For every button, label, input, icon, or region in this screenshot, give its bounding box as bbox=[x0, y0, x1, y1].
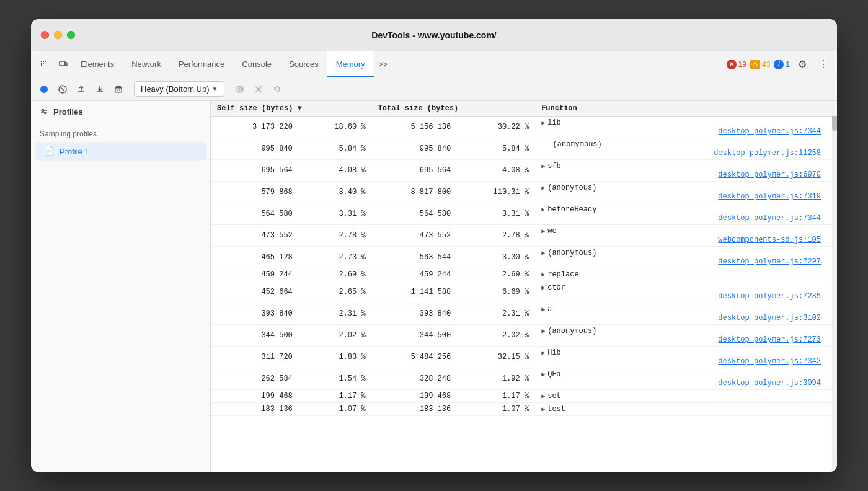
tab-performance[interactable]: Performance bbox=[170, 51, 233, 77]
view-mode-dropdown[interactable]: Heavy (Bottom Up) ▼ bbox=[134, 81, 224, 97]
file-link[interactable]: webcomponents-sd.js:105 bbox=[718, 236, 831, 244]
function-name: set bbox=[547, 392, 561, 400]
total-pct-cell: 3.30 % bbox=[457, 247, 535, 268]
self-size-cell: 995 840 bbox=[211, 138, 299, 160]
self-pct-cell: 1.07 % bbox=[299, 403, 372, 416]
settings-button[interactable]: ⚙ bbox=[794, 56, 811, 73]
file-link[interactable]: desktop_polymer.js:7285 bbox=[718, 292, 831, 301]
function-cell: ▶ test bbox=[535, 403, 837, 416]
refresh-button[interactable] bbox=[269, 81, 285, 97]
total-pct-cell: 5.84 % bbox=[457, 138, 535, 160]
function-name: ctor bbox=[547, 283, 565, 292]
close-button[interactable] bbox=[41, 31, 49, 39]
file-link[interactable]: desktop_polymer.js:7319 bbox=[718, 192, 831, 201]
inspect-element-button[interactable] bbox=[36, 56, 53, 73]
more-options-button[interactable]: ⋮ bbox=[815, 56, 832, 73]
file-link[interactable]: desktop_polymer.js:7297 bbox=[718, 257, 831, 266]
tab-console[interactable]: Console bbox=[233, 51, 280, 77]
warn-badge[interactable]: ⚠ 43 bbox=[750, 60, 770, 69]
self-size-cell: 393 840 bbox=[211, 303, 299, 325]
total-pct-cell: 1.17 % bbox=[457, 390, 535, 403]
self-pct-cell: 1.17 % bbox=[299, 390, 372, 403]
title-bar: DevTools - www.youtube.com/ bbox=[31, 19, 837, 51]
total-pct-cell: 6.69 % bbox=[457, 281, 535, 303]
svg-point-8 bbox=[40, 86, 48, 93]
tab-memory[interactable]: Memory bbox=[327, 51, 374, 77]
sidebar-section-label: Sampling profiles bbox=[31, 123, 210, 141]
table-row: 564 580 3.31 % 564 580 3.31 % ▶ beforeRe… bbox=[211, 203, 837, 225]
self-size-cell: 262 584 bbox=[211, 368, 299, 390]
table-container[interactable]: Self size (bytes) ▼ Total size (bytes) F… bbox=[211, 101, 837, 472]
total-size-cell: 183 136 bbox=[372, 403, 458, 416]
tab-more-button[interactable]: >> bbox=[374, 51, 392, 77]
maximize-button[interactable] bbox=[67, 31, 75, 39]
minimize-button[interactable] bbox=[54, 31, 62, 39]
total-size-cell: 695 564 bbox=[372, 160, 458, 182]
file-link[interactable]: desktop_polymer.js:7344 bbox=[718, 127, 831, 136]
self-size-cell: 564 580 bbox=[211, 203, 299, 225]
function-cell: ▶ beforeReady desktop_polymer.js:7344 bbox=[535, 203, 837, 225]
tab-sources[interactable]: Sources bbox=[280, 51, 327, 77]
self-pct-cell: 18.60 % bbox=[299, 117, 372, 138]
file-link[interactable]: desktop_polymer.js:7344 bbox=[718, 214, 831, 223]
total-pct-cell: 30.22 % bbox=[457, 117, 535, 138]
table-row: 262 584 1.54 % 328 248 1.92 % ▶ QEa desk… bbox=[211, 368, 837, 390]
tab-elements[interactable]: Elements bbox=[72, 51, 123, 77]
svg-rect-4 bbox=[45, 61, 46, 62]
total-pct-cell: 32.15 % bbox=[457, 347, 535, 368]
function-name: sfb bbox=[547, 162, 561, 170]
function-cell: ▶ QEa desktop_polymer.js:3094 bbox=[535, 368, 837, 390]
svg-rect-7 bbox=[64, 63, 67, 66]
self-size-cell: 465 128 bbox=[211, 247, 299, 268]
total-pct-cell: 2.31 % bbox=[457, 303, 535, 325]
table-row: 995 840 5.84 % 995 840 5.84 % (anonymous… bbox=[211, 138, 837, 160]
focus-button[interactable] bbox=[232, 81, 248, 97]
total-pct-cell: 4.08 % bbox=[457, 160, 535, 182]
device-toolbar-button[interactable] bbox=[55, 56, 72, 73]
info-badge[interactable]: i 1 bbox=[774, 60, 790, 69]
self-pct-cell: 1.54 % bbox=[299, 368, 372, 390]
self-pct-cell: 2.73 % bbox=[299, 247, 372, 268]
stop-button[interactable] bbox=[55, 81, 71, 97]
total-size-cell: 328 248 bbox=[372, 368, 458, 390]
main-panel: Self size (bytes) ▼ Total size (bytes) F… bbox=[211, 101, 837, 472]
svg-point-23 bbox=[45, 112, 46, 113]
total-size-cell: 459 244 bbox=[372, 268, 458, 281]
error-badge[interactable]: ✕ 19 bbox=[727, 60, 746, 69]
file-link[interactable]: desktop_polymer.js:6970 bbox=[718, 170, 831, 179]
cancel-button[interactable] bbox=[250, 81, 267, 97]
table-row: 344 500 2.02 % 344 500 2.02 % ▶ (anonymo… bbox=[211, 325, 837, 347]
svg-point-17 bbox=[239, 88, 241, 91]
file-link[interactable]: desktop_polymer.js:11258 bbox=[714, 149, 831, 157]
download-button[interactable] bbox=[92, 81, 108, 97]
file-link[interactable]: desktop_polymer.js:7273 bbox=[718, 335, 831, 344]
tab-network[interactable]: Network bbox=[123, 51, 170, 77]
total-size-cell: 5 156 136 bbox=[372, 117, 458, 138]
clear-button[interactable] bbox=[110, 81, 126, 97]
scrollbar-track[interactable] bbox=[832, 101, 837, 472]
function-cell: ▶ a desktop_polymer.js:3102 bbox=[535, 303, 837, 325]
file-link[interactable]: desktop_polymer.js:7342 bbox=[718, 357, 831, 366]
function-cell: ▶ lib desktop_polymer.js:7344 bbox=[535, 117, 837, 138]
record-button[interactable] bbox=[36, 81, 52, 97]
table-row: 452 664 2.65 % 1 141 588 6.69 % ▶ ctor d… bbox=[211, 281, 837, 303]
tab-bar-right: ✕ 19 ⚠ 43 i 1 ⚙ ⋮ bbox=[727, 56, 832, 73]
function-name: lib bbox=[547, 118, 561, 127]
self-size-cell: 344 500 bbox=[211, 325, 299, 347]
table-row: 311 720 1.83 % 5 484 256 32.15 % ▶ Hib d… bbox=[211, 347, 837, 368]
self-size-cell: 473 552 bbox=[211, 225, 299, 247]
file-link[interactable]: desktop_polymer.js:3094 bbox=[718, 379, 831, 387]
upload-button[interactable] bbox=[73, 81, 89, 97]
total-size-header[interactable]: Total size (bytes) bbox=[372, 101, 536, 117]
self-size-cell: 579 868 bbox=[211, 182, 299, 203]
profile-1-item[interactable]: 📄 Profile 1 bbox=[35, 142, 206, 161]
sliders-icon bbox=[40, 108, 48, 117]
self-pct-cell: 2.65 % bbox=[299, 281, 372, 303]
total-size-cell: 564 580 bbox=[372, 203, 458, 225]
total-pct-cell: 2.69 % bbox=[457, 268, 535, 281]
profile-1-label: Profile 1 bbox=[60, 147, 89, 156]
devtools-body: Elements Network Performance Console Sou… bbox=[31, 51, 837, 472]
total-pct-cell: 2.78 % bbox=[457, 225, 535, 247]
self-size-header[interactable]: Self size (bytes) ▼ bbox=[211, 101, 372, 117]
file-link[interactable]: desktop_polymer.js:3102 bbox=[718, 314, 831, 322]
